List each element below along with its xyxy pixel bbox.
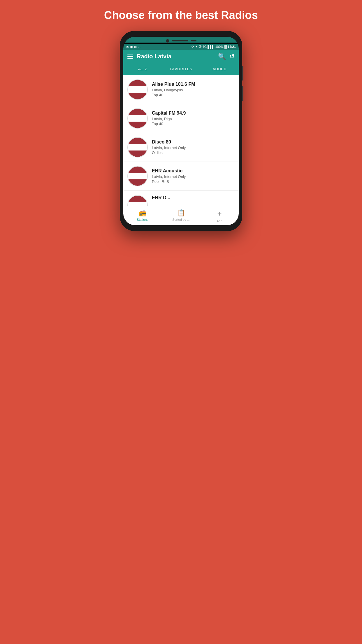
battery-icon: ▓ bbox=[224, 45, 227, 48]
front-camera bbox=[166, 39, 169, 43]
gallery-icon: ⊞ bbox=[134, 45, 137, 49]
tab-az[interactable]: A...Z bbox=[123, 63, 162, 75]
stations-icon: 📻 bbox=[139, 209, 147, 217]
sorted-label: Sorted by ... bbox=[172, 218, 189, 221]
more-notifications: ... bbox=[138, 45, 140, 48]
station-location: Latvia, Riga bbox=[152, 117, 235, 121]
flag-stripe-top bbox=[128, 196, 147, 202]
station-item[interactable]: Disco 80 Latvia, Internet Only Oldies bbox=[123, 133, 239, 162]
tab-added[interactable]: ADDED bbox=[200, 63, 239, 75]
hamburger-line-1 bbox=[127, 55, 133, 55]
station-info: Alise Plus 101.6 FM Latvia, Daugavpils T… bbox=[152, 82, 235, 97]
station-logo bbox=[127, 195, 148, 206]
flag-stripe-top bbox=[128, 109, 147, 115]
bluetooth-icon: ✶ bbox=[195, 45, 198, 49]
phone-screen: ✉ ◉ ⊞ ... ⟳ ✶ ⦿ 4G ▌▌▌ 100% ▓ 14:21 bbox=[123, 37, 239, 225]
flag-stripe-mid bbox=[128, 115, 147, 122]
station-info: Disco 80 Latvia, Internet Only Oldies bbox=[152, 139, 235, 155]
nav-add[interactable]: + Add bbox=[200, 206, 239, 225]
app-bar: Radio Latvia 🔍 ↺ bbox=[123, 50, 239, 63]
flag-stripe-mid bbox=[128, 86, 147, 93]
flag-stripe-bot bbox=[128, 122, 147, 128]
station-logo bbox=[127, 79, 148, 100]
flag-stripe-bot bbox=[128, 93, 147, 99]
search-button[interactable]: 🔍 bbox=[218, 53, 226, 60]
wifi-icon: ⦿ bbox=[198, 45, 202, 48]
signal-icon: ▌▌▌ bbox=[208, 45, 214, 48]
flag-stripe-top bbox=[128, 167, 147, 173]
phone-frame: ✉ ◉ ⊞ ... ⟳ ✶ ⦿ 4G ▌▌▌ 100% ▓ 14:21 bbox=[120, 31, 242, 231]
hamburger-line-2 bbox=[127, 56, 133, 57]
station-logo bbox=[127, 108, 148, 129]
station-name: EHR Acoustic bbox=[152, 168, 235, 174]
station-item[interactable]: Alise Plus 101.6 FM Latvia, Daugavpils T… bbox=[123, 75, 239, 104]
nav-stations[interactable]: 📻 Stations bbox=[123, 206, 162, 225]
sorted-icon: 📋 bbox=[177, 209, 185, 217]
flag-stripe-mid bbox=[128, 202, 147, 206]
hamburger-line-3 bbox=[127, 58, 133, 59]
bottom-nav: 📻 Stations 📋 Sorted by ... + Add bbox=[123, 206, 239, 225]
volume-button bbox=[242, 86, 243, 101]
power-button bbox=[242, 66, 243, 80]
status-right: ⟳ ✶ ⦿ 4G ▌▌▌ 100% ▓ 14:21 bbox=[191, 45, 236, 49]
station-name: EHR D... bbox=[152, 195, 235, 200]
station-info: EHR Acoustic Latvia, Internet Only Pop |… bbox=[152, 168, 235, 184]
flag-stripe-top bbox=[128, 80, 147, 86]
station-logo bbox=[127, 137, 148, 158]
station-info: EHR D... bbox=[152, 195, 235, 201]
station-name: Disco 80 bbox=[152, 139, 235, 145]
time: 14:21 bbox=[228, 45, 236, 48]
refresh-button[interactable]: ↺ bbox=[229, 53, 235, 60]
stations-label: Stations bbox=[137, 218, 148, 221]
station-name: Capital FM 94.9 bbox=[152, 111, 235, 116]
menu-button[interactable] bbox=[127, 55, 133, 59]
station-item[interactable]: Capital FM 94.9 Latvia, Riga Top 40 bbox=[123, 104, 239, 133]
battery-percent: 100% bbox=[215, 45, 224, 48]
app-title: Radio Latvia bbox=[137, 53, 215, 60]
status-bar: ✉ ◉ ⊞ ... ⟳ ✶ ⦿ 4G ▌▌▌ 100% ▓ 14:21 bbox=[123, 44, 239, 50]
sync-icon: ⟳ bbox=[191, 45, 194, 49]
status-left-icons: ✉ ◉ ⊞ ... bbox=[126, 45, 140, 49]
tab-bar: A...Z FAVORITES ADDED bbox=[123, 63, 239, 75]
station-genre: Top 40 bbox=[152, 122, 235, 126]
station-info: Capital FM 94.9 Latvia, Riga Top 40 bbox=[152, 111, 235, 126]
station-item-partial[interactable]: EHR D... bbox=[123, 191, 239, 206]
add-icon: + bbox=[217, 209, 222, 218]
station-genre: Top 40 bbox=[152, 93, 235, 97]
station-logo bbox=[127, 166, 148, 186]
flag-stripe-bot bbox=[128, 150, 147, 157]
gmail-icon: ✉ bbox=[126, 45, 129, 49]
flag-stripe-mid bbox=[128, 173, 147, 179]
phone-speaker bbox=[172, 40, 188, 41]
whatsapp-icon: ◉ bbox=[130, 45, 133, 49]
flag-stripe-top bbox=[128, 138, 147, 144]
nav-sorted[interactable]: 📋 Sorted by ... bbox=[162, 206, 200, 225]
tab-favorites[interactable]: FAVORITES bbox=[162, 63, 200, 75]
station-genre: Pop | RnB bbox=[152, 179, 235, 184]
station-list: Alise Plus 101.6 FM Latvia, Daugavpils T… bbox=[123, 75, 239, 206]
station-item[interactable]: EHR Acoustic Latvia, Internet Only Pop |… bbox=[123, 162, 239, 191]
add-label: Add bbox=[217, 219, 222, 223]
station-genre: Oldies bbox=[152, 150, 235, 155]
station-location: Latvia, Daugavpils bbox=[152, 88, 235, 92]
page-headline: Choose from the best Radios bbox=[104, 9, 258, 22]
proximity-sensor bbox=[191, 40, 196, 41]
flag-stripe-mid bbox=[128, 144, 147, 150]
station-location: Latvia, Internet Only bbox=[152, 174, 235, 179]
station-location: Latvia, Internet Only bbox=[152, 146, 235, 150]
network-type: 4G bbox=[203, 45, 207, 48]
station-name: Alise Plus 101.6 FM bbox=[152, 82, 235, 87]
flag-stripe-bot bbox=[128, 179, 147, 186]
